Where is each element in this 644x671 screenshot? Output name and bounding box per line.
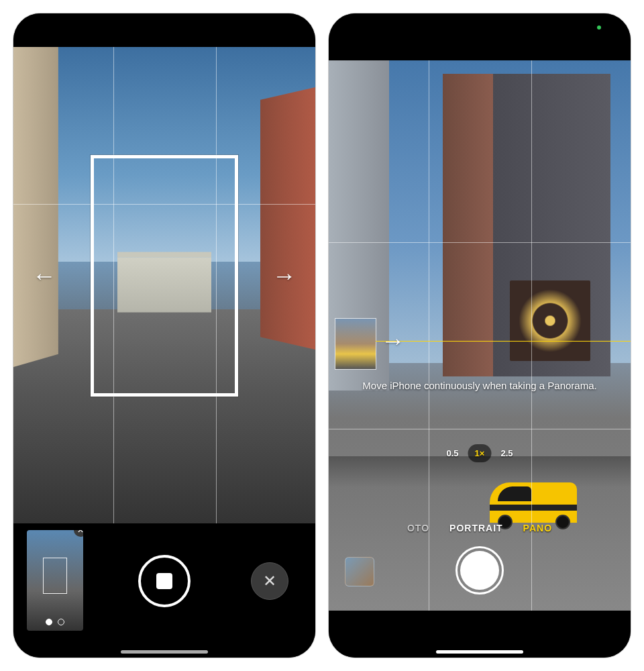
viewfinder[interactable]: → Move iPhone continuously when taking a… — [329, 60, 631, 611]
thumbnail-close-button[interactable]: ✕ — [74, 530, 83, 537]
home-indicator[interactable] — [436, 650, 523, 654]
camera-mode-selector[interactable]: OTO PORTRAIT PANO — [329, 523, 631, 533]
pano-guide-line — [376, 341, 631, 342]
thumbnail-frame — [43, 558, 67, 594]
pano-direction-arrow-icon[interactable]: → — [381, 327, 405, 355]
pan-right-icon[interactable]: → — [272, 262, 297, 290]
viewfinder[interactable]: ← → — [13, 47, 315, 523]
pano-instruction-text: Move iPhone continuously when taking a P… — [329, 380, 631, 391]
mode-pano[interactable]: PANO — [523, 523, 552, 533]
pan-left-icon[interactable]: ← — [32, 262, 56, 290]
home-indicator[interactable] — [121, 650, 208, 654]
zoom-option[interactable]: 0.5 — [447, 448, 459, 458]
grid-line — [329, 429, 631, 429]
shutter-icon — [460, 551, 499, 590]
mode-portrait[interactable]: PORTRAIT — [449, 523, 503, 533]
page-dot-active — [46, 619, 52, 625]
zoom-option-selected[interactable]: 1× — [468, 444, 492, 462]
phone-panorama-editor: ← → ✕ ✕ — [13, 13, 315, 658]
bottom-toolbar: ✕ ✕ — [13, 523, 315, 658]
scene-building-left — [13, 47, 58, 367]
bottom-bar — [329, 611, 631, 658]
last-photo-thumbnail[interactable] — [345, 557, 374, 586]
scene-taxi — [490, 482, 577, 523]
grid-line — [329, 242, 631, 243]
stop-icon — [156, 573, 172, 589]
page-dot — [58, 619, 64, 625]
mode-photo[interactable]: OTO — [407, 523, 429, 533]
zoom-selector[interactable]: 0.5 1× 2.5 — [447, 444, 513, 462]
camera-active-dot-icon — [597, 25, 601, 30]
status-bar — [13, 13, 315, 47]
scene-building-right — [260, 87, 315, 350]
close-icon: ✕ — [263, 572, 276, 590]
crop-frame[interactable] — [91, 155, 238, 397]
pano-captured-strip — [335, 319, 376, 369]
cancel-button[interactable]: ✕ — [251, 562, 288, 600]
thumbnail-pager — [46, 619, 64, 625]
status-bar — [329, 13, 631, 60]
phone-ios-camera-pano: → Move iPhone continuously when taking a… — [329, 13, 631, 658]
shutter-stop-button[interactable] — [138, 555, 191, 607]
zoom-option[interactable]: 2.5 — [500, 448, 513, 458]
shutter-button[interactable] — [455, 546, 504, 595]
scene-mural — [510, 280, 590, 361]
thumbnail-preview[interactable]: ✕ — [27, 530, 83, 631]
